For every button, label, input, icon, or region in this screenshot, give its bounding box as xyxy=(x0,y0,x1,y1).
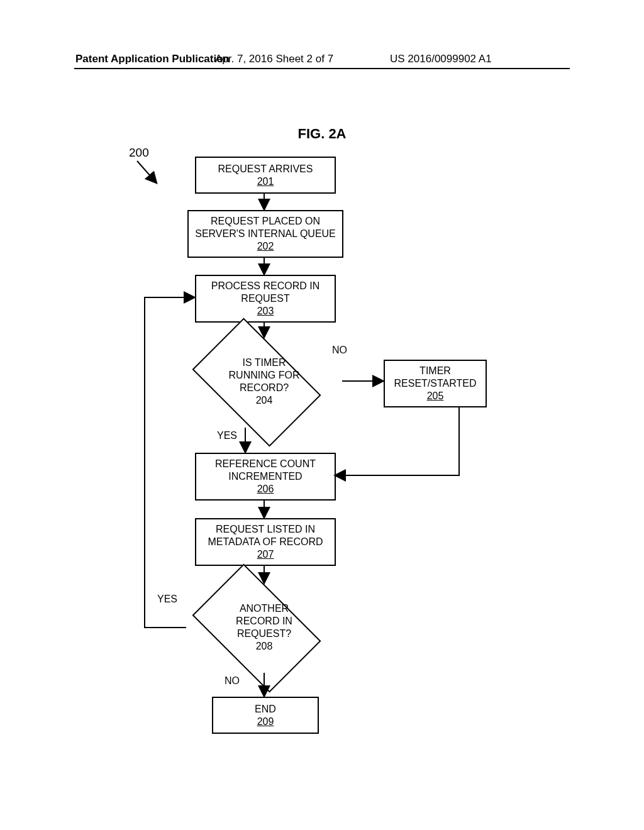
flow-arrows xyxy=(0,0,644,830)
svg-line-0 xyxy=(137,161,156,182)
